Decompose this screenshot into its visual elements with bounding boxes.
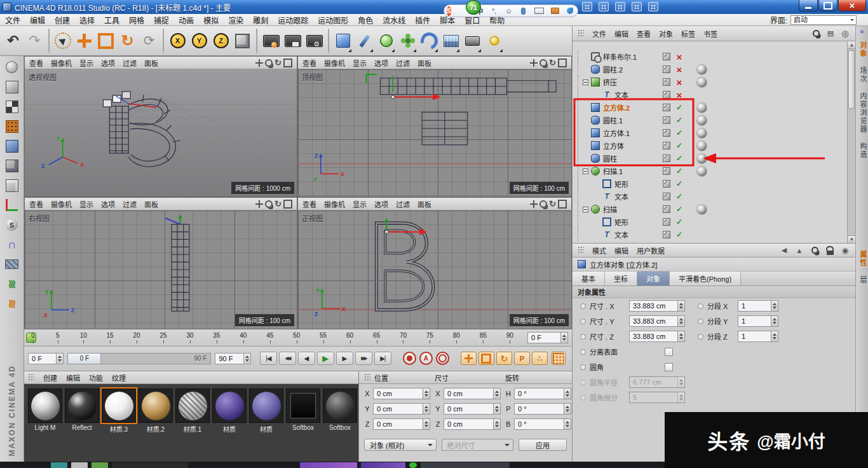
minimize-button[interactable] (799, 0, 818, 11)
display-tag-icon[interactable] (663, 167, 670, 175)
object-row[interactable]: 矩形 (573, 216, 847, 228)
object-manager-scrollbar[interactable]: ▲ ▼ (847, 41, 855, 243)
enable-toggle[interactable] (674, 230, 684, 239)
rotate-icon[interactable] (117, 28, 138, 54)
texture-mode-icon[interactable] (3, 97, 22, 116)
material-thumbnail[interactable] (212, 389, 247, 423)
object-name[interactable]: 文本 (614, 90, 628, 100)
enable-toggle[interactable] (674, 103, 684, 112)
spring-orange-icon[interactable] (3, 294, 22, 313)
apps-grid-icon[interactable] (648, 2, 658, 11)
stepper[interactable] (243, 354, 250, 364)
scrollbar-thumb[interactable] (848, 50, 855, 109)
dock-tab[interactable]: 内容浏览器 (856, 88, 868, 138)
viewport-menu-item[interactable]: 过滤 (396, 199, 410, 209)
lock-x-icon[interactable] (167, 28, 188, 54)
viewport-top[interactable]: 查看摄像机显示选项过滤面板 (297, 56, 572, 197)
viewport-menu-item[interactable]: 选项 (101, 58, 115, 68)
stepper[interactable] (771, 331, 778, 341)
panel-grip[interactable] (578, 246, 584, 254)
viewport-menu-item[interactable]: 过滤 (123, 199, 137, 209)
viewport-menu-item[interactable]: 查看 (29, 58, 43, 68)
display-tag-icon[interactable] (663, 218, 670, 226)
pan-icon[interactable] (529, 199, 538, 209)
object-name[interactable]: 矩形 (614, 217, 628, 227)
menu-item[interactable]: 雕刻 (253, 15, 268, 25)
taskbar-app[interactable] (92, 462, 108, 468)
speed-ball[interactable]: 71 (466, 0, 481, 15)
rotation-field[interactable]: 0 ° (514, 388, 571, 399)
rotate-view-icon[interactable] (548, 58, 557, 67)
material-thumbnail[interactable] (28, 389, 62, 423)
object-row[interactable]: 圆柱.1 (573, 114, 847, 127)
object-manager-menu-item[interactable]: 书签 (703, 29, 717, 39)
collapse-chevron-icon[interactable]: « (856, 26, 868, 37)
object-row[interactable]: 扫描.1 (573, 165, 847, 177)
menu-item[interactable]: 捕捉 (154, 15, 169, 25)
size-field[interactable]: 0 cm (444, 418, 501, 430)
timeline-ruler[interactable]: 051015202530354045505560657075808590 0 F (24, 329, 572, 347)
material-thumbnail[interactable] (249, 389, 283, 423)
object-name[interactable]: 立方体.2 (603, 102, 630, 113)
handwriting-icon[interactable] (599, 2, 609, 11)
object-row[interactable]: 立方体.2 (573, 101, 847, 114)
enable-toggle[interactable] (674, 116, 684, 125)
material-tag-icon[interactable] (697, 116, 707, 125)
object-name[interactable]: 样条布尔.1 (603, 52, 637, 62)
display-tag-icon[interactable] (663, 129, 670, 137)
material-thumbnail[interactable] (175, 389, 210, 423)
material-item[interactable]: Light M (28, 389, 63, 434)
search-icon[interactable] (811, 29, 821, 39)
viewport-menu-item[interactable]: 查看 (302, 199, 316, 209)
menu-item[interactable]: 运动跟踪 (278, 15, 308, 25)
menu-item[interactable]: 角色 (358, 15, 373, 25)
menu-item[interactable]: 编辑 (30, 15, 45, 25)
viewport-menu-item[interactable]: 面板 (417, 58, 431, 68)
viewport-canvas[interactable]: Z X Y 顶视图 网格间距 : 100 cm (298, 69, 571, 196)
pan-icon[interactable] (254, 58, 264, 67)
menu-item[interactable]: 模拟 (203, 15, 219, 25)
segment-field[interactable]: 1 (738, 315, 778, 327)
object-manager-menu-item[interactable]: 查看 (637, 29, 651, 39)
dimension-field[interactable]: 33.883 cm (629, 331, 685, 342)
zoom-icon[interactable] (538, 58, 548, 67)
viewport-menu-item[interactable]: 查看 (29, 199, 43, 209)
expand-toggle[interactable] (583, 207, 588, 212)
object-row[interactable]: 样条布尔.1 (573, 50, 847, 63)
object-mode-icon[interactable] (3, 176, 22, 195)
interface-dropdown[interactable]: 启动 (790, 15, 857, 25)
stepper[interactable] (564, 419, 571, 429)
enable-toggle[interactable] (674, 77, 684, 88)
keyframe-dot-icon[interactable] (698, 334, 703, 340)
attribute-tab[interactable]: 平滑着色(Phong) (670, 272, 741, 286)
stepper[interactable] (493, 404, 500, 414)
object-name[interactable]: 挤压 (603, 77, 617, 87)
separator[interactable] (328, 29, 329, 53)
model-mode-icon[interactable] (3, 77, 22, 97)
material-menu-item[interactable]: 编辑 (66, 373, 80, 383)
ime-status-icon[interactable] (582, 2, 592, 11)
viewport-canvas[interactable]: Y Z X 右视图 网格间距 : 100 cm (25, 210, 297, 329)
workplane-icon[interactable] (3, 254, 22, 274)
viewport-menu-item[interactable]: 显示 (353, 199, 367, 209)
material-menu-item[interactable]: 纹理 (112, 373, 126, 383)
polygon-mode-icon[interactable] (3, 156, 22, 176)
object-name[interactable]: 立方体 (603, 141, 624, 151)
record-scale-icon[interactable] (478, 352, 494, 365)
material-tag-icon[interactable] (697, 154, 707, 163)
viewport-menu-item[interactable]: 过滤 (123, 58, 137, 68)
cube-icon[interactable] (332, 28, 353, 54)
viewport-menu-item[interactable]: 摄像机 (324, 199, 345, 209)
enable-toggle[interactable] (674, 128, 684, 137)
enable-toggle[interactable] (674, 141, 684, 150)
maximize-icon[interactable] (283, 58, 292, 67)
play-icon[interactable] (317, 352, 334, 365)
object-name[interactable]: 文本 (614, 230, 628, 240)
lock-icon[interactable] (825, 245, 835, 256)
object-row[interactable]: 圆柱 (573, 152, 847, 165)
current-frame-field[interactable]: 0 F (28, 353, 64, 364)
rotation-field[interactable]: 0 ° (514, 403, 571, 415)
spring-green-icon[interactable] (3, 274, 22, 294)
stepper[interactable] (677, 331, 684, 341)
display-tag-icon[interactable] (663, 193, 670, 200)
